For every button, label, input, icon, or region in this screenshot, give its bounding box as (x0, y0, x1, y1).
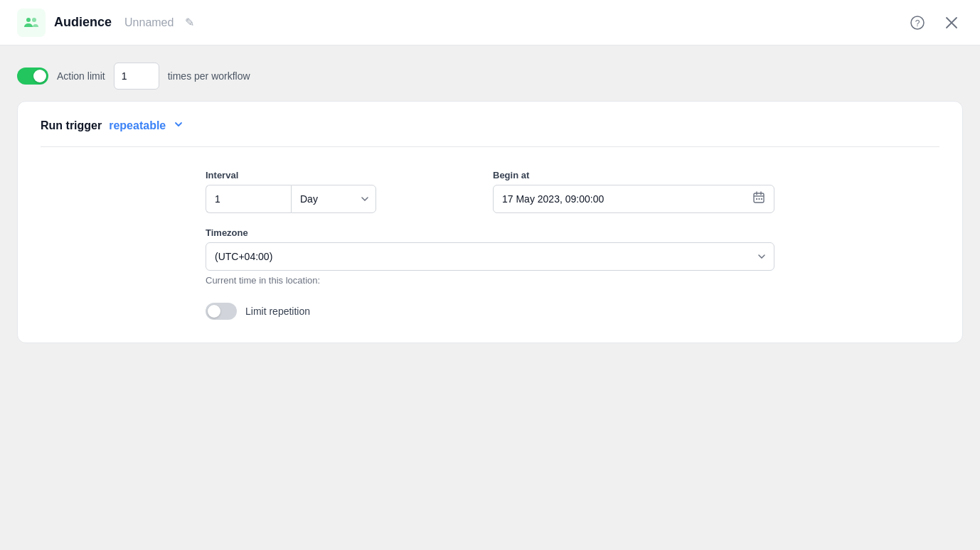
action-limit-label: Action limit (57, 70, 105, 82)
form-section: Interval Day Minute Hour Week Month (206, 170, 774, 320)
begin-at-input[interactable]: 17 May 2023, 09:00:00 (493, 185, 774, 213)
interval-number-input[interactable] (206, 185, 291, 213)
audience-icon (17, 9, 46, 37)
svg-point-0 (26, 18, 31, 22)
page-title: Audience (54, 15, 112, 30)
form-row-2: Timezone (UTC+04:00) (UTC+00:00) (UTC+01… (206, 227, 774, 286)
action-limit-row: Action limit times per workflow (17, 63, 963, 90)
limit-repetition-row: Limit repetition (206, 303, 774, 320)
run-trigger-card: Run trigger repeatable Interval (17, 101, 963, 343)
svg-rect-5 (756, 198, 757, 200)
times-per-workflow-label: times per workflow (168, 70, 250, 82)
header-left: Audience Unnamed ✎ (17, 9, 194, 37)
timezone-select[interactable]: (UTC+04:00) (UTC+00:00) (UTC+01:00) (UTC… (206, 242, 774, 271)
current-time-label: Current time in this location: (206, 275, 774, 286)
run-trigger-label: Run trigger (41, 119, 102, 132)
calendar-icon[interactable] (752, 191, 765, 207)
svg-text:?: ? (915, 18, 920, 28)
limit-repetition-toggle[interactable] (206, 303, 237, 320)
header: Audience Unnamed ✎ ? (0, 0, 980, 45)
timezone-select-wrapper: (UTC+04:00) (UTC+00:00) (UTC+01:00) (UTC… (206, 242, 774, 271)
limit-repetition-label: Limit repetition (245, 306, 310, 317)
header-right: ? (906, 11, 963, 34)
help-button[interactable]: ? (906, 11, 929, 34)
timezone-label: Timezone (206, 227, 774, 238)
run-trigger-chevron[interactable] (173, 119, 184, 132)
interval-label: Interval (206, 170, 476, 180)
run-trigger-row: Run trigger repeatable (41, 119, 939, 132)
page-subtitle: Unnamed (124, 16, 174, 29)
main-content: Action limit times per workflow Run trig… (0, 45, 980, 550)
svg-rect-6 (759, 198, 760, 200)
svg-rect-4 (754, 193, 764, 203)
interval-inputs: Day Minute Hour Week Month (206, 185, 476, 213)
begin-at-field: Begin at 17 May 2023, 09:00:00 (493, 170, 774, 213)
form-row-1: Interval Day Minute Hour Week Month (206, 170, 774, 213)
interval-field: Interval Day Minute Hour Week Month (206, 170, 476, 213)
svg-point-1 (32, 18, 36, 22)
interval-unit-select[interactable]: Day Minute Hour Week Month (291, 185, 376, 213)
action-limit-input[interactable] (114, 63, 159, 90)
close-button[interactable] (940, 11, 963, 34)
begin-at-value: 17 May 2023, 09:00:00 (502, 193, 604, 205)
divider (41, 146, 939, 147)
run-trigger-value[interactable]: repeatable (109, 119, 166, 132)
svg-rect-7 (761, 198, 762, 200)
action-limit-toggle[interactable] (17, 68, 48, 85)
begin-at-label: Begin at (493, 170, 774, 180)
timezone-field: Timezone (UTC+04:00) (UTC+00:00) (UTC+01… (206, 227, 774, 286)
edit-icon[interactable]: ✎ (185, 16, 194, 29)
